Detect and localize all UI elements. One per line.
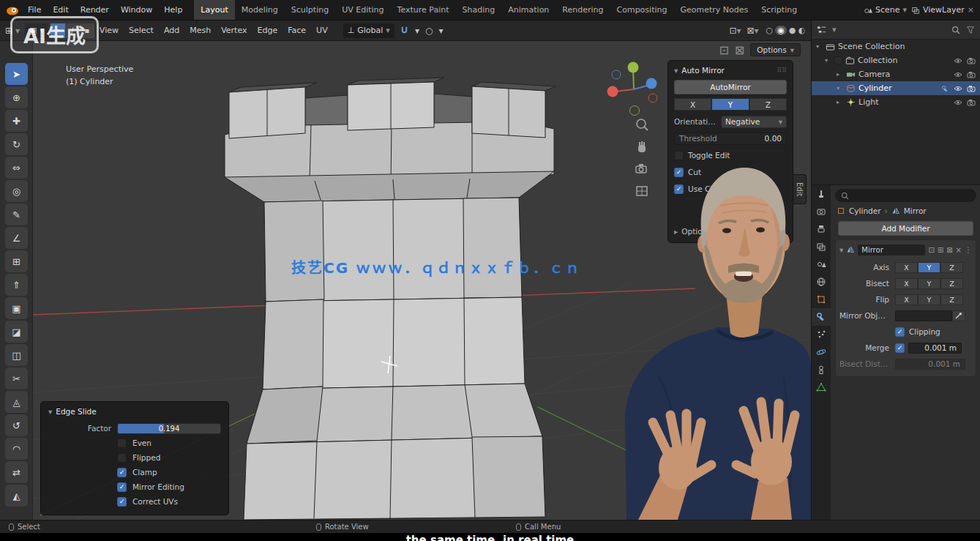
- outliner-editor-icon[interactable]: [817, 26, 826, 34]
- tool-poly-build[interactable]: ◬: [5, 391, 28, 413]
- outliner-row-collection[interactable]: ▾ Collection: [812, 53, 980, 67]
- modifier-name-field[interactable]: Mirror: [858, 245, 925, 255]
- flip-axis-z[interactable]: Z: [940, 294, 963, 305]
- bisect-axis-x[interactable]: X: [895, 278, 918, 289]
- breadcrumb-modifier[interactable]: Mirror: [904, 206, 927, 215]
- tool-measure[interactable]: ∠: [5, 227, 28, 249]
- shading-wireframe-icon[interactable]: ○: [766, 26, 774, 35]
- tool-select-box[interactable]: ➤: [5, 63, 28, 85]
- hide-eye-icon[interactable]: [954, 71, 962, 78]
- tab-render[interactable]: [812, 203, 831, 220]
- workspace-tab-compositing[interactable]: Compositing: [610, 0, 674, 20]
- workspace-tab-texture-paint[interactable]: Texture Paint: [391, 0, 456, 20]
- tool-extrude-region[interactable]: ⇑: [5, 274, 28, 296]
- tab-world[interactable]: [812, 273, 831, 291]
- gizmo-x-neg[interactable]: [648, 94, 657, 102]
- properties-search[interactable]: [835, 189, 976, 202]
- gizmo-z-neg[interactable]: [612, 70, 621, 79]
- render-visibility-icon[interactable]: [967, 57, 976, 64]
- tool-bevel[interactable]: ◪: [5, 321, 28, 343]
- outliner-row-camera[interactable]: ▸ Camera: [812, 67, 980, 81]
- outliner-row-cylinder[interactable]: ▾ Cylinder: [812, 81, 980, 95]
- gizmo-y-neg[interactable]: [630, 106, 640, 116]
- threshold-slider[interactable]: Threshold 0.00: [674, 133, 787, 145]
- axis-y-button[interactable]: Y: [711, 98, 749, 111]
- tool-loop-cut[interactable]: ◫: [5, 344, 28, 366]
- tab-constraints[interactable]: [812, 361, 831, 378]
- zoom-icon[interactable]: [634, 117, 650, 133]
- disclosure-arrow-icon[interactable]: ▸: [837, 71, 843, 78]
- tab-output[interactable]: [812, 220, 831, 238]
- realtime-toggle-icon[interactable]: ⊞: [938, 246, 943, 254]
- factor-slider[interactable]: 0.194: [117, 423, 221, 434]
- tab-physics[interactable]: [812, 343, 831, 361]
- mirror-editing-checkbox[interactable]: ✓: [117, 482, 127, 492]
- hide-eye-icon[interactable]: [954, 57, 962, 64]
- tool-smooth[interactable]: ◠: [5, 438, 28, 460]
- proportional-editing-icon[interactable]: ○: [422, 26, 435, 36]
- tool-move[interactable]: ✚: [5, 110, 28, 132]
- workspace-tab-modeling[interactable]: Modeling: [235, 0, 285, 20]
- add-modifier-button[interactable]: Add Modifier: [838, 221, 973, 236]
- tab-object[interactable]: [812, 291, 831, 308]
- edit-mode-toggle-icon[interactable]: ⊡: [928, 246, 934, 254]
- bisect-distance-field[interactable]: 0.001 m: [895, 359, 965, 370]
- disclosure-arrow-icon[interactable]: ▾: [825, 57, 831, 64]
- blender-logo-icon[interactable]: [0, 5, 22, 15]
- tool-knife[interactable]: ✂: [5, 367, 28, 389]
- workspace-tab-uv-editing[interactable]: UV Editing: [335, 0, 390, 20]
- render-visibility-icon[interactable]: [967, 71, 976, 78]
- workspace-tab-layout[interactable]: Layout: [194, 0, 234, 20]
- scene-selector[interactable]: Scene▾: [864, 5, 907, 15]
- shading-material-icon[interactable]: ●: [789, 26, 796, 35]
- bisect-axis-z[interactable]: Z: [940, 278, 963, 289]
- eyedropper-icon[interactable]: [952, 310, 965, 321]
- gizmo-y-axis[interactable]: [628, 62, 639, 73]
- auto-mirror-panel-header[interactable]: ▾ Auto Mirror ⠿⠿: [674, 64, 787, 77]
- tool-transform[interactable]: ◎: [5, 180, 28, 202]
- snap-dropdown-arrow[interactable]: ▾: [412, 26, 422, 36]
- outliner-filter-icon[interactable]: [966, 26, 975, 34]
- collapse-arrow-icon[interactable]: ▾: [839, 245, 843, 254]
- orientation-dropdown[interactable]: Negative▾: [721, 116, 787, 128]
- workspace-tab-geometry-nodes[interactable]: Geometry Nodes: [673, 0, 755, 20]
- correct-uvs-checkbox[interactable]: ✓: [117, 497, 127, 507]
- gizmo-z-axis[interactable]: [646, 78, 657, 89]
- tool-annotate[interactable]: ✎: [5, 204, 28, 225]
- menu-mesh[interactable]: Mesh: [184, 20, 216, 40]
- tab-view-layer[interactable]: [812, 238, 831, 255]
- mirror-axis-y[interactable]: Y: [918, 262, 940, 273]
- workspace-tab-sculpting[interactable]: Sculpting: [285, 0, 335, 20]
- menu-vertex[interactable]: Vertex: [216, 20, 252, 40]
- snap-magnet-icon[interactable]: [397, 26, 412, 35]
- tool-scale[interactable]: ⇔: [5, 157, 28, 179]
- tool-inset-faces[interactable]: ▣: [5, 297, 28, 319]
- panel-grip-icon[interactable]: ⠿⠿: [777, 67, 787, 74]
- view-layer-selector[interactable]: ViewLayer×: [911, 5, 974, 15]
- outliner-dropdown-arrow[interactable]: ▾: [832, 25, 837, 34]
- proportional-dropdown-arrow[interactable]: ▾: [435, 26, 446, 36]
- extras-menu-icon[interactable]: ⋮: [965, 246, 972, 254]
- workspace-tab-scripting[interactable]: Scripting: [755, 0, 804, 20]
- bisect-axis-y[interactable]: Y: [918, 278, 940, 289]
- show-gizmo-icon[interactable]: ⊡▾: [726, 26, 744, 36]
- menu-edge[interactable]: Edge: [253, 20, 283, 40]
- axis-x-button[interactable]: X: [674, 98, 711, 111]
- outliner-row-light[interactable]: ▸ Light: [812, 95, 980, 109]
- tool-add-cube[interactable]: ⊞: [5, 250, 28, 272]
- shading-solid-icon[interactable]: ◉: [775, 26, 787, 35]
- close-icon[interactable]: ×: [956, 246, 962, 254]
- tool-cursor[interactable]: ⊕: [5, 86, 28, 108]
- automirror-apply-button[interactable]: AutoMirror: [674, 80, 787, 94]
- workspace-tab-rendering[interactable]: Rendering: [556, 0, 610, 20]
- tab-tool[interactable]: [812, 185, 831, 203]
- merge-value-field[interactable]: 0.001 m: [908, 343, 962, 354]
- menu-help[interactable]: Help: [158, 0, 188, 20]
- render-visibility-icon[interactable]: [967, 99, 976, 106]
- clamp-checkbox[interactable]: ✓: [117, 468, 127, 477]
- tool-edge-slide[interactable]: ⇄: [5, 461, 28, 483]
- flip-axis-y[interactable]: Y: [918, 294, 940, 305]
- mirror-object-field[interactable]: [895, 310, 952, 321]
- outliner-row-scene-collection[interactable]: ▾ Scene Collection: [812, 40, 980, 53]
- gizmo-x-axis[interactable]: [607, 86, 618, 97]
